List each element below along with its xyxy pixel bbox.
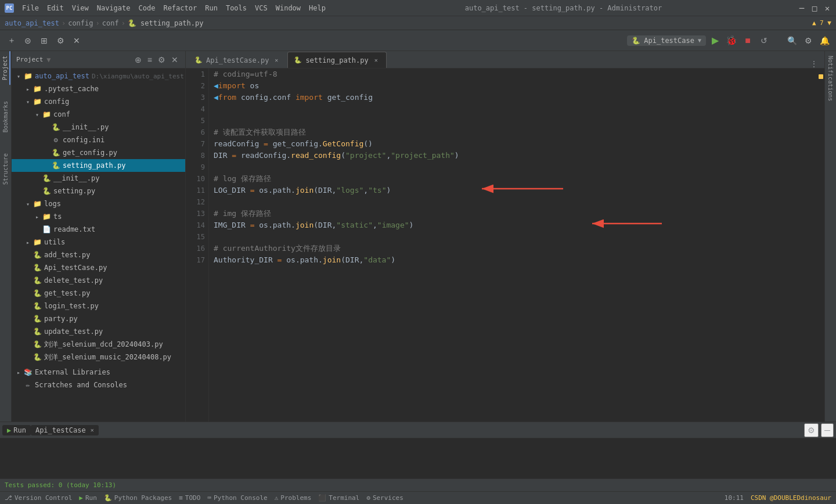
run-config-selector[interactable]: 🐍 Api_testCase ▼ [627, 35, 706, 46]
list-item[interactable]: 🐍刘洋_selenium_music_20240408.py [12, 351, 185, 363]
list-item[interactable]: ▸ 📁 ts [12, 210, 185, 223]
breadcrumb-item[interactable]: conf [102, 19, 119, 27]
hide-panel-button[interactable]: ✕ [169, 54, 181, 66]
root-label: auto_api_test [35, 72, 89, 80]
add-button[interactable]: ＋ [5, 34, 19, 48]
list-item[interactable]: ▸ 📁 .pytest_cache [12, 82, 185, 95]
list-item[interactable]: 🐍add_test.py [12, 249, 185, 261]
status-python-packages[interactable]: 🐍 Python Packages [104, 494, 172, 502]
menu-window[interactable]: Window [272, 3, 304, 13]
breadcrumb-item[interactable]: config [68, 19, 93, 27]
tree-root[interactable]: ▾ 📁 auto_api_test D:\xiangmu\auto_api_te… [12, 70, 185, 82]
search-everywhere-button[interactable]: 🔍 [785, 34, 799, 48]
list-item[interactable]: 🐍update_test.py [12, 325, 185, 338]
project-settings-button[interactable]: ⚙ [156, 54, 168, 66]
list-item[interactable]: 🐍 get_config.py [12, 146, 185, 159]
list-item[interactable]: ⚙ config.ini [12, 134, 185, 146]
status-run[interactable]: ▶ Run [79, 494, 97, 502]
list-item[interactable]: 🐍login_test.py [12, 300, 185, 312]
status-terminal[interactable]: ⬛ Terminal [318, 494, 359, 502]
py-file-icon: 🐍 [42, 186, 51, 196]
folder-icon: 📁 [33, 237, 42, 247]
menu-tools[interactable]: Tools [222, 3, 250, 13]
list-item[interactable]: 🐍party.py [12, 312, 185, 325]
side-tab-project[interactable]: Project [1, 51, 10, 85]
list-item[interactable]: ▸ 📚 External Libraries [12, 366, 185, 379]
side-tab-structure[interactable]: Structure [1, 149, 10, 189]
code-content[interactable]: # coding=utf-8 ◀import os ◀from config.c… [209, 69, 816, 422]
close-button[interactable]: ✕ [823, 4, 831, 12]
list-item[interactable]: 🐍delete_test.py [12, 274, 185, 287]
breadcrumb-file[interactable]: 🐍 setting_path.py [128, 19, 204, 27]
py-file-icon: 🐍 [33, 289, 42, 298]
tab-more-button[interactable]: ⋮ [806, 60, 822, 68]
settings-gear-button[interactable]: ⚙ [801, 34, 815, 48]
bottom-tab-run-config[interactable]: Api_testCase ✕ [31, 425, 99, 435]
maximize-button[interactable]: □ [810, 4, 819, 12]
stop-button[interactable]: ■ [741, 34, 755, 48]
menu-code[interactable]: Code [135, 3, 159, 13]
status-version-control[interactable]: ⎇ Version Control [5, 494, 72, 502]
collapse-all-button[interactable]: ≡ [145, 54, 154, 66]
list-item[interactable]: 🐍 __init__.py [12, 121, 185, 134]
list-item[interactable]: 🐍刘洋_selenium_dcd_20240403.py [12, 338, 185, 351]
list-item[interactable]: 🐍Api_testCase.py [12, 261, 185, 274]
list-item[interactable]: ✏️ Scratches and Consoles [12, 379, 185, 391]
bottom-minimize-button[interactable]: ─ [821, 423, 834, 437]
list-item[interactable]: 🐍get_test.py [12, 287, 185, 300]
sync-button[interactable]: ⊜ [21, 34, 35, 48]
locate-file-button[interactable]: ⊕ [132, 54, 144, 66]
list-item[interactable]: 🐍 setting.py [12, 185, 185, 197]
list-item[interactable]: ▸ 📁 utils [12, 236, 185, 249]
list-item[interactable]: ▾ 📁 conf [12, 108, 185, 121]
list-item[interactable]: 📄 readme.txt [12, 223, 185, 236]
tab-api-testcase[interactable]: 🐍 Api_testCase.py ✕ [188, 52, 287, 68]
minimize-button[interactable]: ─ [798, 4, 806, 12]
project-panel: Project ▼ ⊕ ≡ ⚙ ✕ ▾ 📁 auto_api_test D:\x… [12, 51, 186, 422]
tab-close-button[interactable]: ✕ [372, 56, 380, 64]
code-line-17: Authority_DIR = os.path.join(DIR,"data") [214, 254, 812, 266]
notification-button[interactable]: 🔔 [817, 34, 831, 48]
editor-tabs: 🐍 Api_testCase.py ✕ 🐍 setting_path.py ✕ … [186, 51, 824, 69]
menu-navigate[interactable]: Navigate [93, 3, 134, 13]
rerun-button[interactable]: ↺ [757, 34, 771, 48]
menu-run[interactable]: Run [201, 3, 221, 13]
menu-help[interactable]: Help [305, 3, 329, 13]
close-panel-button[interactable]: ✕ [70, 34, 84, 48]
tree-item-label: delete_test.py [44, 276, 103, 285]
list-item[interactable]: 🐍 __init__.py [12, 172, 185, 185]
line-numbers: 1 2 3 4 5 6 7 8 9 10 11 12 13 14 15 16 1… [186, 69, 209, 422]
tab-close-button[interactable]: ✕ [272, 56, 280, 64]
settings-button[interactable]: ⚙ [53, 34, 67, 48]
list-item[interactable]: ▾ 📁 logs [12, 197, 185, 210]
tab-label: Api_testCase.py [206, 56, 269, 64]
bottom-settings-button[interactable]: ⚙ [804, 423, 819, 437]
status-problems[interactable]: ⚠ Problems [275, 494, 312, 502]
run-tab-close[interactable]: ✕ [91, 427, 94, 433]
window-title: auto_api_test - setting_path.py - Admini… [329, 4, 798, 12]
py-file-icon: 🐍 [33, 352, 42, 362]
bottom-tab-run[interactable]: ▶ Run [2, 425, 31, 435]
menu-refactor[interactable]: Refactor [160, 3, 200, 13]
project-panel-title: Project [16, 56, 43, 63]
status-todo[interactable]: ≡ TODO [179, 494, 200, 502]
tab-setting-path[interactable]: 🐍 setting_path.py ✕ [287, 52, 386, 68]
debug-button[interactable]: 🐞 [725, 34, 738, 48]
tree-item-label: party.py [44, 315, 78, 323]
menu-view[interactable]: View [69, 3, 92, 13]
list-item[interactable]: 🐍 setting_path.py [12, 159, 185, 172]
status-python-console[interactable]: ⌨ Python Console [207, 494, 267, 502]
menu-edit[interactable]: Edit [44, 3, 67, 13]
status-services[interactable]: ⚙ Services [366, 494, 403, 502]
arrow-icon: ▾ [23, 97, 33, 106]
arrow-icon: ▸ [33, 212, 42, 221]
scroll-marker [819, 74, 823, 79]
list-item[interactable]: ▾ 📁 config [12, 95, 185, 108]
expand-all-button[interactable]: ⊞ [37, 34, 51, 48]
run-button[interactable]: ▶ [708, 34, 722, 48]
side-tab-bookmarks[interactable]: Bookmarks [1, 96, 10, 137]
notifications-tab[interactable]: Notifications [826, 53, 835, 103]
breadcrumb-item[interactable]: auto_api_test [5, 19, 59, 27]
menu-file[interactable]: File [19, 3, 42, 13]
menu-vcs[interactable]: VCS [251, 3, 271, 13]
